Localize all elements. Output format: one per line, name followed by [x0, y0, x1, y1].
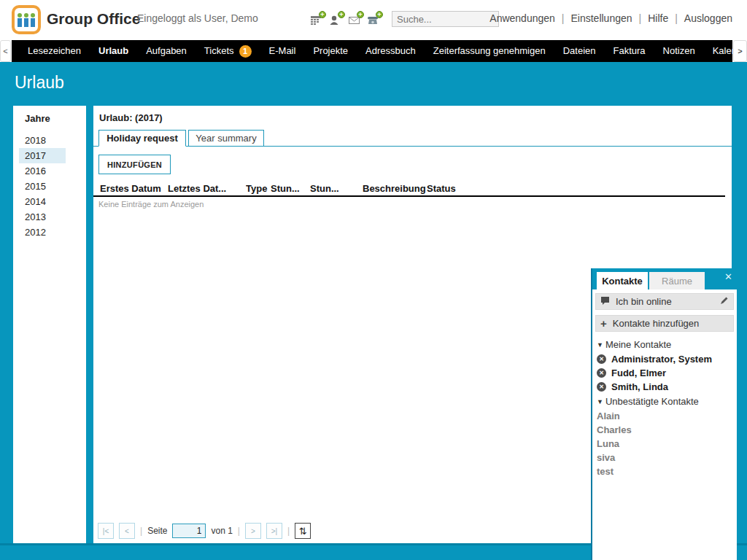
holiday-tabs: Holiday request Year summary [93, 130, 732, 147]
nav-item-zeiterfassung[interactable]: Zeiterfassung genehmigen [425, 40, 554, 62]
year-row-2014[interactable]: 2014 [19, 194, 66, 209]
link-ausloggen[interactable]: Ausloggen [684, 12, 732, 24]
collapse-triangle-icon: ▼ [597, 341, 603, 349]
nav-item-kalender[interactable]: Kalender [704, 40, 732, 62]
add-contacts-label: Kontakte hinzufügen [613, 318, 700, 329]
tab-holiday-request[interactable]: Holiday request [98, 130, 186, 147]
offline-status-icon: ✕ [597, 354, 606, 364]
contact-charles[interactable]: Charles [595, 423, 734, 437]
plus-badge-icon: + [357, 11, 364, 18]
grid-column-headers: Erstes Datum Letztes Dat... Type Stun...… [93, 183, 732, 194]
refresh-button[interactable]: ⇅ [295, 523, 311, 539]
page-of-label: von 1 [211, 526, 232, 536]
plus-badge-icon: + [338, 11, 345, 18]
contacts-panel-header: Kontakte Räume ✕ [592, 268, 737, 289]
add-button[interactable]: HINZUFÜGEN [98, 155, 171, 174]
contacts-panel-body: Ich bin online + Kontakte hinzufügen ▼ M… [592, 289, 737, 482]
nav-scroll-right-button[interactable]: > [733, 40, 747, 62]
brand-title: Group Office [47, 10, 140, 28]
column-erstes-datum[interactable]: Erstes Datum [100, 183, 168, 194]
year-row-2013[interactable]: 2013 [19, 209, 66, 225]
header-links: Anwendungen | Einstellungen | Hilfe | Au… [489, 12, 732, 24]
nav-item-projekte[interactable]: Projekte [304, 40, 357, 62]
nav-item-tickets[interactable]: Tickets 1 [196, 40, 260, 62]
app-header: Group Office Eingeloggt als User, Demo +… [0, 0, 747, 39]
link-hilfe[interactable]: Hilfe [648, 12, 668, 24]
last-page-button[interactable]: >| [266, 523, 282, 539]
offline-status-icon: ✕ [597, 382, 606, 392]
column-letztes-datum[interactable]: Letztes Dat... [168, 183, 246, 194]
nav-scroll-left-button[interactable]: < [0, 40, 11, 62]
tickets-count-badge: 1 [239, 45, 252, 58]
edit-pencil-icon[interactable] [719, 296, 729, 308]
search-input[interactable] [392, 11, 499, 27]
tab-year-summary[interactable]: Year summary [188, 130, 264, 147]
compose-email-icon[interactable]: + [348, 14, 362, 28]
page-number-input[interactable] [172, 524, 206, 538]
panel-header: Urlaub: (2017) [93, 106, 732, 123]
column-type[interactable]: Type [246, 183, 271, 194]
link-einstellungen[interactable]: Einstellungen [570, 12, 632, 24]
empty-grid-message: Keine Einträge zum Anzeigen [98, 200, 204, 209]
nav-item-faktura[interactable]: Faktura [605, 40, 654, 62]
collapse-triangle-icon: ▼ [597, 398, 603, 405]
years-list: 2018 2017 2016 2015 2014 2013 2012 [13, 133, 86, 240]
contact-smith-linda[interactable]: ✕ Smith, Linda [595, 380, 734, 394]
nav-item-dateien[interactable]: Dateien [554, 40, 605, 62]
quick-add-toolbar: + + + + [310, 14, 381, 28]
contact-test[interactable]: test [595, 464, 734, 478]
contact-administrator-system[interactable]: ✕ Administrator, System [595, 352, 734, 366]
column-beschreibung[interactable]: Beschreibung [363, 183, 427, 194]
nav-item-email[interactable]: E-Mail [260, 40, 305, 62]
add-call-icon[interactable]: + [367, 14, 381, 28]
contact-alain[interactable]: Alain [595, 409, 734, 423]
link-anwendungen[interactable]: Anwendungen [489, 12, 555, 24]
year-row-2012[interactable]: 2012 [19, 225, 66, 240]
plus-badge-icon: + [319, 11, 326, 18]
nav-item-notizen[interactable]: Notizen [654, 40, 704, 62]
nav-item-lesezeichen[interactable]: Lesezeichen [19, 40, 90, 62]
column-stunden-1[interactable]: Stun... [271, 183, 310, 194]
years-sidebar: Jahre 2018 2017 2016 2015 2014 2013 2012 [13, 106, 86, 543]
plus-icon: + [600, 317, 607, 330]
add-contact-icon[interactable]: + [329, 14, 343, 28]
speech-bubble-icon [600, 296, 610, 308]
group-meine-kontakte[interactable]: ▼ Meine Kontakte [595, 337, 734, 352]
years-sidebar-title: Jahre [13, 106, 86, 124]
contact-siva[interactable]: siva [595, 451, 734, 464]
module-navbar: < Lesezeichen Urlaub Aufgaben Tickets 1 … [0, 40, 747, 62]
contacts-panel: Kontakte Räume ✕ Ich bin online + Kontak… [591, 268, 737, 560]
nav-item-adressbuch[interactable]: Adressbuch [357, 40, 425, 62]
plus-badge-icon: + [376, 11, 383, 18]
add-event-icon[interactable]: + [310, 14, 324, 28]
tab-raeume[interactable]: Räume [649, 272, 705, 289]
year-row-2016[interactable]: 2016 [19, 163, 66, 179]
contact-luna[interactable]: Luna [595, 437, 734, 451]
year-row-2015[interactable]: 2015 [19, 179, 66, 194]
online-status-text: Ich bin online [616, 296, 672, 307]
column-stunden-2[interactable]: Stun... [310, 183, 363, 194]
offline-status-icon: ✕ [597, 368, 606, 378]
close-icon[interactable]: ✕ [724, 271, 732, 282]
paging-toolbar: |< < | Seite von 1 | > >| | ⇅ [98, 523, 311, 539]
page-label: Seite [147, 526, 167, 536]
year-row-2018[interactable]: 2018 [19, 133, 66, 148]
group-office-logo-icon [12, 5, 41, 34]
nav-item-urlaub[interactable]: Urlaub [90, 40, 137, 62]
group-unbestaetigte-kontakte[interactable]: ▼ Unbestätigte Kontakte [595, 394, 734, 409]
next-page-button[interactable]: > [245, 523, 261, 539]
prev-page-button[interactable]: < [119, 523, 135, 539]
tab-kontakte[interactable]: Kontakte [597, 272, 648, 289]
first-page-button[interactable]: |< [98, 523, 114, 539]
online-status-row[interactable]: Ich bin online [595, 293, 734, 310]
module-tabs: Lesezeichen Urlaub Aufgaben Tickets 1 E-… [12, 40, 732, 62]
column-status[interactable]: Status [427, 183, 463, 194]
nav-item-aufgaben[interactable]: Aufgaben [137, 40, 196, 62]
add-contacts-row[interactable]: + Kontakte hinzufügen [595, 315, 734, 332]
year-row-2017-selected[interactable]: 2017 [19, 148, 66, 163]
logged-in-text: Eingeloggt als User, Demo [137, 12, 258, 24]
page-title: Urlaub [15, 73, 64, 93]
contact-fudd-elmer[interactable]: ✕ Fudd, Elmer [595, 366, 734, 380]
